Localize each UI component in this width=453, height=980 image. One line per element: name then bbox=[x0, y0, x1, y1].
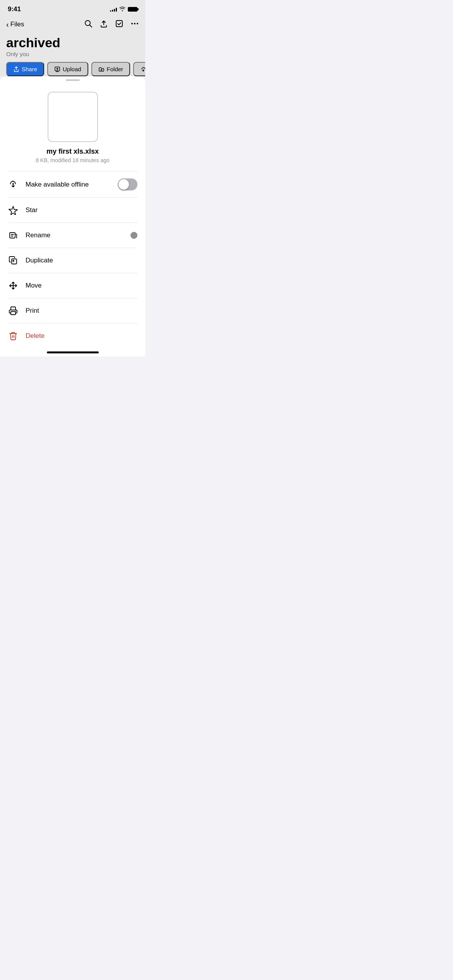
upload-icon[interactable] bbox=[100, 19, 108, 29]
menu-item-delete[interactable]: Delete bbox=[0, 324, 145, 348]
menu-item-rename[interactable]: Rename bbox=[0, 223, 145, 248]
duplicate-label: Duplicate bbox=[26, 257, 137, 264]
upload-label: Upload bbox=[63, 66, 81, 72]
page-header: archived Only you bbox=[0, 33, 145, 57]
svg-point-2 bbox=[131, 23, 133, 24]
status-icons bbox=[110, 7, 137, 12]
move-label: Move bbox=[26, 282, 137, 290]
star-label: Star bbox=[26, 206, 137, 214]
file-name: my first xls.xlsx bbox=[46, 147, 99, 156]
duplicate-icon bbox=[8, 255, 19, 266]
svg-rect-8 bbox=[12, 259, 17, 264]
share-label: Share bbox=[22, 66, 37, 72]
sheet-handle bbox=[66, 79, 80, 81]
file-preview: my first xls.xlsx 8 KB, modified 18 minu… bbox=[0, 87, 145, 171]
folder-label: Folder bbox=[107, 66, 124, 72]
file-thumbnail bbox=[48, 92, 98, 142]
wifi-icon bbox=[119, 7, 125, 12]
svg-rect-9 bbox=[11, 307, 15, 310]
move-icon bbox=[8, 280, 19, 291]
svg-rect-1 bbox=[116, 21, 122, 27]
offline-icon bbox=[8, 179, 19, 190]
rename-badge bbox=[130, 232, 137, 239]
back-label: Files bbox=[10, 21, 24, 28]
star-icon bbox=[8, 205, 19, 216]
offline-label-text: Make available offline bbox=[26, 181, 111, 188]
share-button[interactable]: Share bbox=[6, 62, 44, 76]
offline-toggle[interactable] bbox=[118, 178, 137, 190]
file-meta: 8 KB, modified 18 minutes ago bbox=[36, 157, 110, 163]
upload-button[interactable]: Upload bbox=[47, 62, 88, 76]
delete-icon bbox=[8, 331, 19, 341]
menu-item-star[interactable]: Star bbox=[0, 198, 145, 223]
svg-rect-10 bbox=[11, 312, 15, 315]
home-indicator bbox=[0, 348, 145, 356]
menu-item-print[interactable]: Print bbox=[0, 298, 145, 323]
page-subtitle: Only you bbox=[6, 51, 139, 57]
back-chevron-icon: ‹ bbox=[6, 21, 9, 28]
signal-icon bbox=[110, 7, 117, 12]
nav-bar: ‹ Files bbox=[0, 16, 145, 33]
battery-icon bbox=[128, 7, 137, 12]
back-button[interactable]: ‹ Files bbox=[6, 21, 24, 28]
status-time: 9:41 bbox=[8, 5, 21, 13]
search-icon[interactable] bbox=[84, 19, 93, 29]
menu-item-duplicate[interactable]: Duplicate bbox=[0, 248, 145, 273]
nav-actions bbox=[84, 19, 139, 29]
status-bar: 9:41 bbox=[0, 0, 145, 16]
menu-item-offline[interactable]: Make available offline bbox=[0, 171, 145, 197]
offline-button[interactable]: Offline bbox=[133, 62, 145, 76]
delete-label: Delete bbox=[26, 332, 137, 340]
more-icon[interactable] bbox=[130, 19, 139, 29]
select-icon[interactable] bbox=[115, 19, 124, 29]
print-label: Print bbox=[26, 307, 137, 315]
bottom-sheet: my first xls.xlsx 8 KB, modified 18 minu… bbox=[0, 76, 145, 356]
toggle-knob bbox=[118, 179, 129, 190]
rename-label: Rename bbox=[26, 231, 120, 239]
svg-point-6 bbox=[12, 183, 14, 185]
home-bar bbox=[47, 351, 99, 353]
folder-button[interactable]: Folder bbox=[91, 62, 130, 76]
svg-rect-7 bbox=[10, 233, 15, 238]
print-icon bbox=[8, 305, 19, 316]
menu-item-move[interactable]: Move bbox=[0, 273, 145, 298]
page-title: archived bbox=[6, 36, 139, 50]
action-buttons: Share Upload Folder Offline bbox=[0, 57, 145, 76]
svg-point-3 bbox=[134, 23, 136, 24]
rename-icon bbox=[8, 230, 19, 241]
svg-point-11 bbox=[15, 311, 16, 312]
svg-point-4 bbox=[137, 23, 138, 24]
